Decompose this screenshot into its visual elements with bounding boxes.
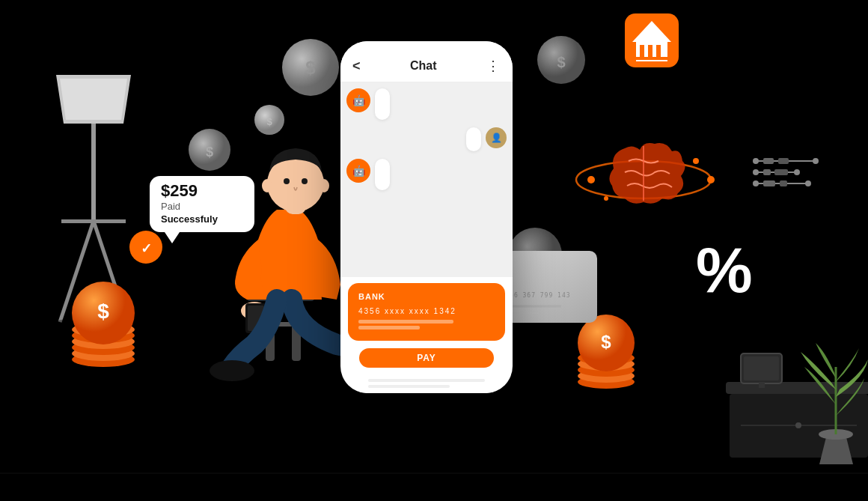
svg-text:$: $: [206, 145, 213, 160]
svg-rect-97: [744, 356, 779, 380]
card-holder-line: [358, 320, 453, 324]
svg-text:$259: $259: [161, 181, 198, 200]
svg-point-41: [262, 179, 272, 192]
bubble-3: [375, 159, 390, 190]
svg-point-39: [284, 178, 290, 184]
svg-text:%: %: [696, 234, 753, 306]
card-number: 4356 xxxx xxxx 1342: [358, 307, 495, 315]
svg-point-68: [604, 196, 608, 201]
svg-rect-83: [780, 180, 787, 186]
svg-text:$: $: [305, 58, 316, 78]
phone-notch: [404, 41, 449, 55]
svg-point-67: [587, 176, 595, 183]
svg-point-73: [753, 169, 759, 175]
back-button[interactable]: <: [352, 58, 361, 74]
svg-text:$: $: [601, 332, 611, 352]
bubble-1: [375, 88, 390, 120]
svg-rect-80: [763, 169, 771, 175]
svg-point-77: [805, 180, 811, 186]
card-holder-line-2: [358, 326, 420, 330]
scene: $ $ $ $ $ $: [0, 0, 868, 501]
svg-rect-60: [648, 45, 652, 57]
svg-point-40: [302, 178, 308, 184]
chat-area: 🤖 👤 🤖: [340, 82, 513, 277]
svg-point-76: [753, 180, 759, 186]
svg-point-74: [794, 169, 800, 175]
phone-title: Chat: [410, 59, 437, 73]
svg-rect-98: [759, 382, 765, 388]
user-avatar: 👤: [486, 127, 507, 148]
svg-rect-79: [778, 158, 789, 164]
svg-rect-78: [763, 158, 774, 164]
menu-dots[interactable]: ⋮: [486, 58, 501, 74]
svg-point-66: [693, 158, 699, 164]
bot-message-1: 🤖: [346, 88, 507, 120]
svg-point-42: [319, 179, 329, 192]
bot-message-2: 🤖: [346, 159, 507, 190]
svg-rect-3: [91, 124, 96, 221]
svg-point-95: [795, 422, 801, 428]
svg-point-48: [198, 389, 393, 419]
svg-rect-59: [640, 45, 644, 57]
svg-point-65: [707, 176, 715, 183]
svg-point-46: [210, 360, 254, 381]
bubble-2: [466, 127, 481, 151]
svg-text:✓: ✓: [141, 241, 152, 256]
pay-button[interactable]: PAY: [358, 347, 495, 369]
svg-text:$: $: [97, 300, 109, 323]
svg-point-71: [813, 158, 819, 164]
bank-label: BANK: [358, 292, 495, 301]
svg-text:Successfuly: Successfuly: [161, 213, 218, 225]
svg-rect-82: [763, 180, 775, 186]
svg-marker-2: [60, 79, 127, 120]
svg-text:$: $: [557, 54, 565, 70]
payment-card: BANK 4356 xxxx xxxx 1342: [348, 283, 505, 341]
svg-text:$: $: [266, 116, 272, 127]
bot-avatar-2: 🤖: [346, 159, 370, 183]
user-message-1: 👤: [346, 127, 507, 151]
svg-rect-61: [656, 45, 661, 57]
bot-avatar-1: 🤖: [346, 88, 370, 112]
svg-rect-81: [774, 169, 788, 175]
phone-mockup: < Chat ⋮ 🤖 👤: [340, 41, 513, 393]
svg-rect-62: [635, 57, 669, 60]
svg-point-70: [753, 158, 759, 164]
svg-text:Paid: Paid: [161, 201, 180, 212]
